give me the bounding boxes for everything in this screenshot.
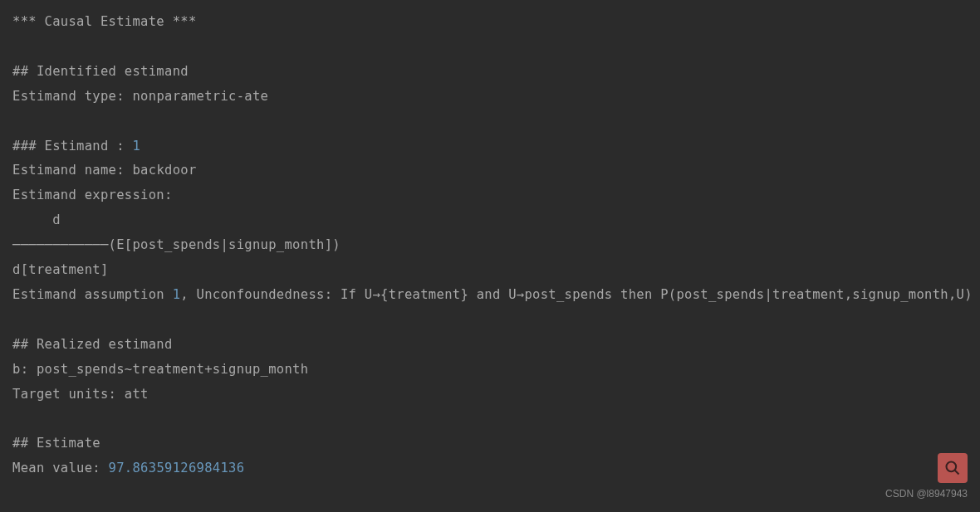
search-icon xyxy=(944,460,961,476)
expression-numerator: d xyxy=(12,212,341,227)
estimand-name-label: Estimand name: xyxy=(12,163,132,178)
watermark-text: CSDN @l8947943 xyxy=(885,485,968,504)
estimand-expression-label: Estimand expression: xyxy=(12,188,173,202)
assumption-number: 1 xyxy=(173,287,181,302)
expression-divider: ────────────(E[post_spends|signup_month]… xyxy=(12,237,341,252)
search-button[interactable] xyxy=(938,453,968,483)
target-units-label: Target units: xyxy=(12,387,125,402)
mean-value-label: Mean value: xyxy=(12,461,109,475)
target-units-value: att xyxy=(125,387,149,402)
terminal-output: *** Causal Estimate *** ## Identified es… xyxy=(12,10,968,481)
assumption-text: , Unconfoundedness: If U→{treatment} and… xyxy=(180,287,980,302)
estimand-name-value: backdoor xyxy=(132,163,196,178)
identified-estimand-title: ## Identified estimand xyxy=(12,64,189,79)
realized-estimand-title: ## Realized estimand xyxy=(12,337,173,352)
mean-value-number: 97.86359126984136 xyxy=(109,461,245,475)
estimand-index-header: ### Estimand : xyxy=(12,139,132,154)
estimand-index-number: 1 xyxy=(132,139,140,154)
expression-denominator: d[treatment] xyxy=(12,262,341,277)
estimand-type-label: Estimand type: xyxy=(12,89,132,104)
assumption-prefix: Estimand assumption xyxy=(12,287,173,302)
estimand-type-value: nonparametric-ate xyxy=(132,89,268,104)
svg-point-0 xyxy=(947,462,957,472)
output-header: *** Causal Estimate *** xyxy=(12,14,197,29)
svg-line-1 xyxy=(955,471,959,475)
realized-formula: b: post_spends~treatment+signup_month xyxy=(12,362,308,377)
estimate-title: ## Estimate xyxy=(12,436,100,451)
